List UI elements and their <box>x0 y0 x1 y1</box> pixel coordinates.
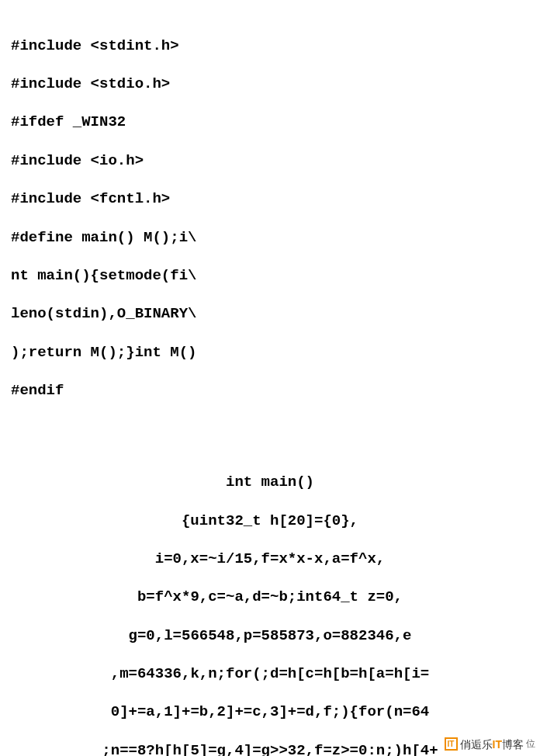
code-line: ,m=64336,k,n;for(;d=h[c=h[b=h[a=h[i= <box>11 664 529 684</box>
code-line: #include <stdio.h> <box>11 75 529 94</box>
code-line: b=f^x*9,c=~a,d=~b;int64_t z=0, <box>11 588 529 607</box>
watermark-main: 俏逅乐 <box>460 738 493 751</box>
watermark-logo-icon: IT <box>445 737 458 751</box>
code-line: int main() <box>11 473 529 492</box>
watermark-blog: 博客 <box>502 738 524 751</box>
code-line: nt main(){setmode(fi\ <box>11 266 529 286</box>
main-code-block: int main() {uint32_t h[20]={0}, i=0,x=~i… <box>11 453 529 756</box>
code-line: 0]+=a,1]+=b,2]+=c,3]+=d,f;){for(n=64 <box>11 702 529 722</box>
code-line: #ifdef _WIN32 <box>11 113 529 132</box>
code-line: g=0,l=566548,p=585873,o=882346,e <box>11 626 529 646</box>
code-line: );return M();}int M() <box>11 343 529 362</box>
watermark-sub: 位 <box>526 738 535 751</box>
watermark-text: 俏逅乐IT博客 <box>460 737 524 751</box>
code-line: #include <stdint.h> <box>11 36 529 56</box>
code-line: #endif <box>11 381 529 401</box>
preprocessor-code-block: #include <stdint.h> #include <stdio.h> #… <box>11 17 529 419</box>
code-line: leno(stdin),O_BINARY\ <box>11 304 529 324</box>
code-line: #include <fcntl.h> <box>11 189 529 209</box>
watermark-it: IT <box>493 738 502 751</box>
code-line: i=0,x=~i/15,f=x*x-x,a=f^x, <box>11 550 529 569</box>
watermark: IT 俏逅乐IT博客 位 <box>445 737 535 751</box>
code-line: #include <io.h> <box>11 151 529 171</box>
code-line: {uint32_t h[20]={0}, <box>11 512 529 531</box>
code-line: #define main() M();i\ <box>11 228 529 248</box>
